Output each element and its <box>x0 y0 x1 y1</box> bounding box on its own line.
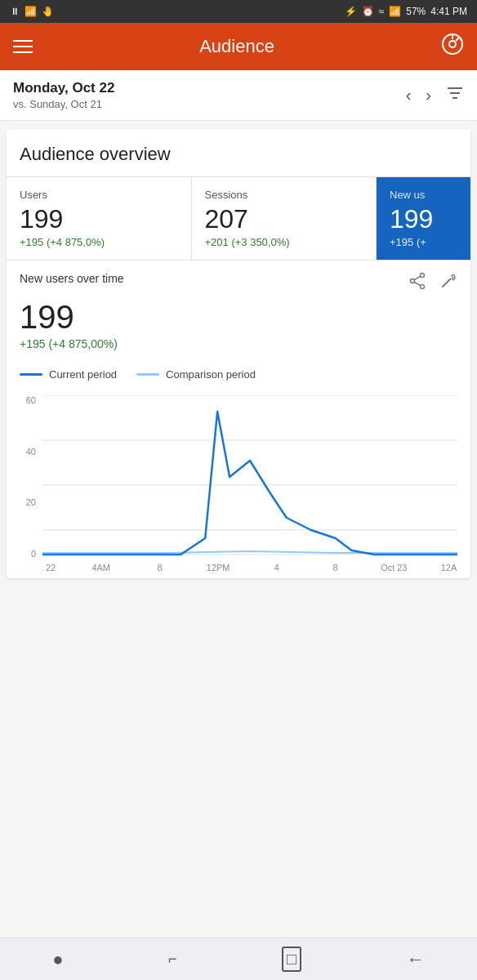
alarm-icon: ⏰ <box>362 6 374 17</box>
top-nav: Audience <box>0 23 477 70</box>
users-value: 199 <box>20 204 178 234</box>
chart-actions <box>408 272 457 294</box>
y-axis: 60 40 20 0 <box>20 395 42 578</box>
hamburger-line-1 <box>13 40 33 42</box>
home-button[interactable]: □ <box>282 947 301 972</box>
svg-point-7 <box>421 274 425 278</box>
sessions-value: 207 <box>205 204 363 234</box>
hand-icon: 🤚 <box>42 6 54 17</box>
next-date-button[interactable]: › <box>426 86 431 105</box>
audience-overview-card: Audience overview Users 199 +195 (+4 875… <box>7 129 470 578</box>
current-period-line <box>20 373 42 376</box>
sessions-metric: Sessions 207 +201 (+3 350,0%) <box>192 177 377 260</box>
date-main: Monday, Oct 22 <box>13 80 114 96</box>
card-title: Audience overview <box>7 129 470 177</box>
sessions-change: +201 (+3 350,0%) <box>205 236 363 248</box>
chart-section: New users over time <box>7 261 470 578</box>
signal-icon: 📶 <box>389 6 401 17</box>
comparison-period-legend: Comparison period <box>136 368 256 381</box>
recent-apps-button[interactable]: ⌐ <box>168 951 177 968</box>
hamburger-line-3 <box>13 51 33 53</box>
bottom-nav: ● ⌐ □ ← <box>0 938 477 980</box>
current-period-legend: Current period <box>20 368 117 381</box>
hamburger-menu[interactable] <box>13 40 33 53</box>
share-button[interactable] <box>408 272 426 294</box>
chart-wrap: 60 40 20 0 Oct 22 <box>20 395 457 578</box>
bluetooth-icon: ⚡ <box>341 6 356 17</box>
hamburger-line-2 <box>13 46 33 47</box>
current-period-label: Current period <box>49 368 117 381</box>
svg-line-3 <box>456 37 460 41</box>
date-info: Monday, Oct 22 vs. Sunday, Oct 21 <box>13 80 114 110</box>
sessions-label: Sessions <box>205 189 363 201</box>
battery-text: 57% <box>406 6 426 17</box>
svg-point-8 <box>421 285 425 289</box>
new-users-metric-wrapper: New us 199 +195 (+ <box>377 177 470 260</box>
new-users-value: 199 <box>390 204 461 234</box>
new-users-label: New us <box>390 189 461 201</box>
dot-button[interactable]: ● <box>52 949 63 970</box>
svg-text:12AM: 12AM <box>441 563 457 572</box>
y-label-40: 40 <box>20 447 36 457</box>
svg-line-11 <box>414 282 421 285</box>
svg-point-1 <box>449 41 456 47</box>
svg-line-10 <box>414 276 421 279</box>
analytics-notif-icon: 📶 <box>25 6 37 17</box>
status-bar-left-icons: ⏸ 📶 🤚 <box>10 6 54 17</box>
chart-area: Oct 22 4AM 8 12PM 4 8 Oct 23 12AM <box>42 395 457 578</box>
chart-title: New users over time <box>20 272 124 285</box>
analytics-icon[interactable] <box>441 33 464 61</box>
pause-icon: ⏸ <box>10 6 20 17</box>
svg-line-12 <box>443 279 451 287</box>
page-title: Audience <box>199 36 274 57</box>
y-label-20: 20 <box>20 497 36 507</box>
wifi-icon: ≈ <box>379 6 385 17</box>
date-nav: ‹ › <box>406 86 464 105</box>
date-header: Monday, Oct 22 vs. Sunday, Oct 21 ‹ › <box>0 70 477 121</box>
chart-legend: Current period Comparison period <box>20 362 457 387</box>
svg-point-9 <box>411 279 415 283</box>
users-metric: Users 199 +195 (+4 875,0%) <box>7 177 192 260</box>
status-bar-right-icons: ⚡ ⏰ ≈ 📶 57% 4:41 PM <box>341 6 467 17</box>
comparison-period-label: Comparison period <box>166 368 256 381</box>
new-users-metric: New us 199 +195 (+ <box>377 177 470 260</box>
filter-icon[interactable] <box>446 86 464 105</box>
svg-text:Oct 22: Oct 22 <box>42 563 56 572</box>
prev-date-button[interactable]: ‹ <box>406 86 412 105</box>
svg-text:4AM: 4AM <box>91 563 110 572</box>
svg-text:4: 4 <box>274 563 279 572</box>
status-bar: ⏸ 📶 🤚 ⚡ ⏰ ≈ 📶 57% 4:41 PM <box>0 0 477 23</box>
users-label: Users <box>20 189 178 201</box>
svg-text:8: 8 <box>333 563 338 572</box>
chart-big-change: +195 (+4 875,00%) <box>20 337 457 350</box>
svg-text:Oct 23: Oct 23 <box>381 563 407 572</box>
bottom-spacer <box>0 586 477 635</box>
svg-text:12PM: 12PM <box>207 563 230 572</box>
chart-header: New users over time <box>20 272 457 294</box>
date-sub: vs. Sunday, Oct 21 <box>13 98 114 110</box>
users-change: +195 (+4 875,0%) <box>20 236 178 248</box>
comparison-period-line <box>136 373 159 376</box>
y-label-60: 60 <box>20 395 36 405</box>
y-label-0: 0 <box>20 549 36 559</box>
time-text: 4:41 PM <box>430 6 467 17</box>
metrics-row: Users 199 +195 (+4 875,0%) Sessions 207 … <box>7 177 470 261</box>
chart-big-value: 199 <box>20 299 457 336</box>
new-users-change: +195 (+ <box>390 236 461 248</box>
settings-button[interactable] <box>439 272 457 294</box>
svg-text:8: 8 <box>157 563 162 572</box>
back-button[interactable]: ← <box>407 949 425 970</box>
